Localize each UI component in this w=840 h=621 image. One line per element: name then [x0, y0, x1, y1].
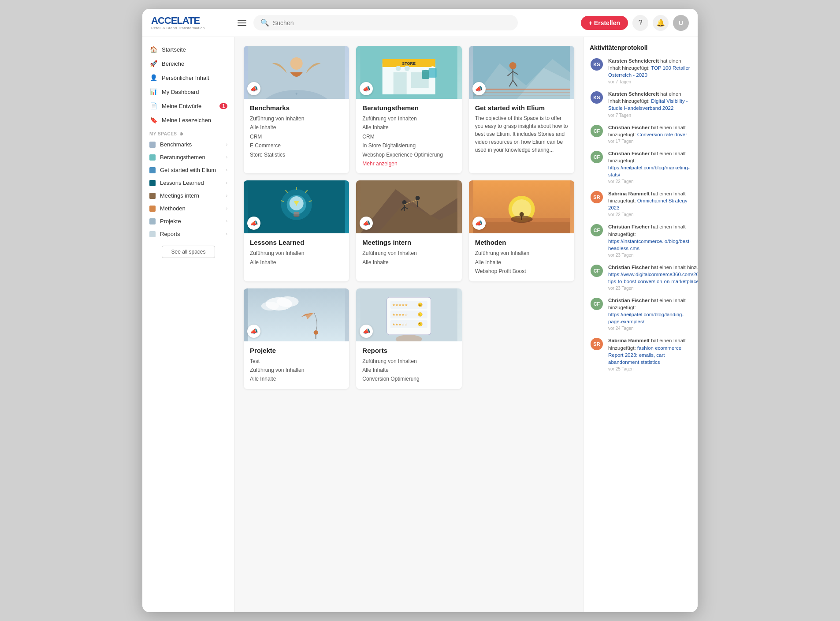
card-link[interactable]: Test: [250, 357, 343, 366]
svg-text:★★★☆☆: ★★★☆☆: [392, 322, 408, 326]
card-link[interactable]: Alle Inhalte: [362, 123, 455, 132]
user-avatar-button[interactable]: U: [673, 15, 689, 31]
logo-area: ACCELATE Retail & Brand Transformation: [151, 16, 230, 30]
activity-text: Christian Fischer hat einen Inhalt hinzu…: [608, 297, 691, 325]
svg-point-61: [314, 330, 318, 335]
card-link[interactable]: Zuführung von Inhalten: [250, 114, 343, 123]
space-card-benchmarks[interactable]: ✦ 📣 Benchmarks Zuführung von Inhalten Al…: [244, 46, 349, 173]
notifications-button[interactable]: 🔔: [653, 15, 669, 31]
card-link[interactable]: Alle Inhalte: [250, 123, 343, 132]
card-link[interactable]: Zuführung von Inhalten: [250, 249, 343, 258]
space-card-meetings-intern[interactable]: 📣 Meetings intern Zuführung von Inhalten…: [356, 180, 461, 281]
activity-item-8: CF Christian Fischer hat einen Inhalt hi…: [590, 297, 691, 331]
card-link[interactable]: Webshop Profit Boost: [475, 267, 568, 276]
svg-rect-12: [429, 68, 437, 78]
card-link[interactable]: E Commerce: [250, 141, 343, 150]
sidebar-item-reports[interactable]: Reports ›: [142, 228, 234, 240]
card-body-reports: Reports Zuführung von Inhalten Alle Inha…: [356, 341, 461, 389]
activity-link[interactable]: Digital Visibility - Studie Handelsverba…: [608, 98, 688, 111]
activity-text: Christian Fischer hat einen Inhalt hinzu…: [608, 124, 691, 138]
person-icon: 👤: [149, 74, 157, 82]
activity-avatar: CF: [590, 124, 604, 138]
card-link[interactable]: Alle Inhalte: [250, 374, 343, 383]
card-link[interactable]: CRM: [250, 132, 343, 141]
card-link[interactable]: Store Statistics: [250, 150, 343, 159]
card-body-meetings: Meetings intern Zuführung von Inhalten A…: [356, 233, 461, 272]
create-button[interactable]: + Erstellen: [581, 16, 628, 30]
sidebar-item-meine-lesezeichen[interactable]: 🔖 Meine Lesezeichen: [142, 113, 234, 127]
logo-sub: Retail & Brand Transformation: [151, 26, 230, 30]
activity-time: vor 25 Tagen: [608, 367, 691, 371]
space-card-elium[interactable]: 📣 Get started with Elium The objective o…: [469, 46, 574, 173]
add-space-icon[interactable]: ⊕: [179, 131, 183, 136]
card-link[interactable]: Alle Inhalte: [250, 258, 343, 267]
hamburger-button[interactable]: [236, 18, 248, 28]
card-link-mehr-anzeigen[interactable]: Mehr anzeigen: [362, 159, 455, 168]
activity-link[interactable]: https://neilpatel.com/blog/marketing-sta…: [608, 165, 690, 177]
space-card-methoden[interactable]: 📣 Methoden Zuführung von Inhalten Alle I…: [469, 180, 574, 281]
chevron-right-icon: ›: [226, 180, 227, 185]
chevron-right-icon: ›: [226, 168, 227, 172]
megaphone-icon: 📣: [472, 82, 486, 95]
sidebar-item-lessons-learned[interactable]: Lessons Learned ›: [142, 176, 234, 189]
sidebar-item-bereiche[interactable]: 🚀 Bereiche: [142, 56, 234, 71]
sidebar-item-methoden[interactable]: Methoden ›: [142, 202, 234, 215]
space-card-beratungsthemen[interactable]: STORE 📣: [356, 46, 461, 173]
see-all-spaces-button[interactable]: See all spaces: [162, 246, 215, 258]
card-link[interactable]: In Store Digitalisierung: [362, 141, 455, 150]
card-link[interactable]: Zuführung von Inhalten: [362, 357, 455, 366]
activity-link[interactable]: Omnichannel Strategy 2023: [608, 198, 688, 210]
activity-avatar: CF: [590, 264, 604, 278]
megaphone-icon: 📣: [472, 217, 486, 230]
space-icon-reports: [149, 231, 156, 237]
activity-time: vor 7 Tagen: [608, 79, 691, 84]
chevron-right-icon: ›: [226, 155, 227, 160]
card-image-methoden: 📣: [469, 180, 574, 233]
card-link[interactable]: Zuführung von Inhalten: [362, 249, 455, 258]
card-link[interactable]: Alle Inhalte: [362, 366, 455, 374]
svg-rect-13: [422, 70, 429, 79]
activity-link[interactable]: Conversion rate driver: [637, 132, 687, 137]
activity-content: Sabrina Rammelt hat einen Inhalt hinzuge…: [608, 337, 691, 371]
card-link[interactable]: Webshop Experience Optimierung: [362, 150, 455, 159]
sidebar-item-meine-entwuerfe[interactable]: 📄 Meine Entwürfe 1: [142, 99, 234, 113]
sidebar-item-my-dashboard[interactable]: 📊 My Dashboard: [142, 85, 234, 99]
card-link[interactable]: Alle Inhalte: [362, 258, 455, 267]
activity-time: vor 22 Tagen: [608, 212, 691, 217]
sidebar-item-benchmarks[interactable]: Benchmarks ›: [142, 138, 234, 151]
activity-time: vor 24 Tagen: [608, 326, 691, 331]
activity-link[interactable]: https://neilpatel.com/blog/landing-page-…: [608, 312, 684, 324]
sidebar-item-startseite[interactable]: 🏠 Startseite: [142, 42, 234, 56]
activity-time: vor 17 Tagen: [608, 139, 691, 144]
sidebar-item-beratungsthemen[interactable]: Beratungsthemen ›: [142, 151, 234, 164]
search-input[interactable]: [273, 19, 511, 26]
activity-link[interactable]: TOP 100 Retailer Österreich - 2020: [608, 65, 690, 78]
sidebar-item-persoenlicher-inhalt[interactable]: 👤 Persönlicher Inhalt: [142, 71, 234, 85]
space-card-projekte[interactable]: 📣 Projekte Test Zuführung von Inhalten A…: [244, 288, 349, 389]
activity-content: Christian Fischer hat einen Inhalt hinzu…: [608, 297, 691, 331]
sidebar-item-projekte[interactable]: Projekte ›: [142, 215, 234, 228]
sidebar-item-label: Lessons Learned: [160, 180, 222, 186]
activity-link[interactable]: https://instantcommerce.io/blog/best-hea…: [608, 239, 691, 251]
space-icon-benchmarks: [149, 142, 156, 148]
hamburger-line: [238, 20, 246, 21]
card-body-lessons: Lessons Learned Zuführung von Inhalten A…: [244, 233, 349, 272]
card-link[interactable]: Zuführung von Inhalten: [475, 249, 568, 258]
card-link[interactable]: Zuführung von Inhalten: [362, 114, 455, 123]
activity-text: Karsten Schneidereit hat einen Inhalt hi…: [608, 57, 691, 79]
space-card-reports[interactable]: ★★★★★ ★★★★☆ ★★★☆☆ 😊 😐 😕 📣: [356, 288, 461, 389]
activity-link[interactable]: https://www.digitalcommerce360.com/2020/…: [608, 272, 698, 284]
card-link[interactable]: Conversion Optimierung: [362, 374, 455, 383]
card-link[interactable]: Alle Inhalte: [475, 258, 568, 267]
space-card-lessons-learned[interactable]: 📣 Lessons Learned Zuführung von Inhalten…: [244, 180, 349, 281]
card-title-meetings: Meetings intern: [362, 239, 455, 246]
help-button[interactable]: ?: [632, 15, 648, 31]
card-link[interactable]: Zuführung von Inhalten: [250, 366, 343, 374]
sidebar-item-get-started-with-elium[interactable]: Get started with Elium ›: [142, 164, 234, 176]
space-icon-beratungsthemen: [149, 154, 156, 161]
activity-time: vor 23 Tagen: [608, 253, 691, 258]
activity-link[interactable]: fashion ecommerce Report 2023: emails, c…: [608, 345, 681, 365]
home-icon: 🏠: [149, 45, 157, 53]
card-link[interactable]: CRM: [362, 132, 455, 141]
sidebar-item-meetings-intern[interactable]: Meetings intern ›: [142, 189, 234, 202]
